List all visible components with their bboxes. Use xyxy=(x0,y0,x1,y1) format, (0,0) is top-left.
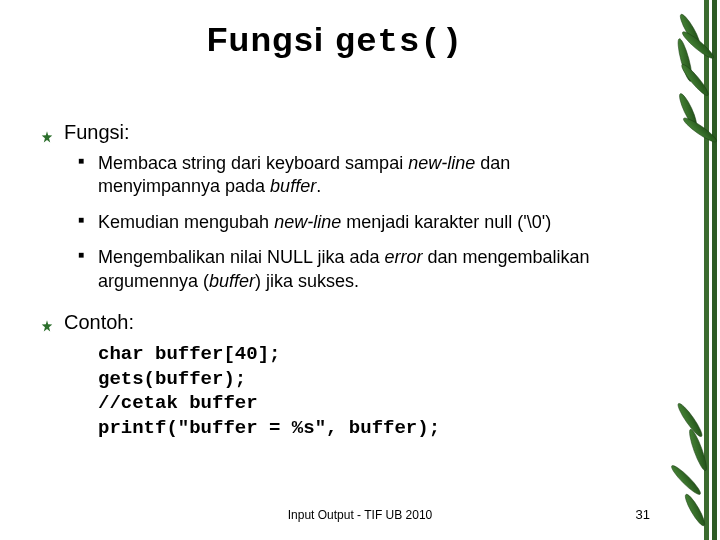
star-bullet-icon xyxy=(40,315,54,329)
slide-content: Fungsi gets() Fungsi: Membaca string dar… xyxy=(0,0,720,540)
code-example: char buffer[40]; gets(buffer); //cetak b… xyxy=(40,342,630,441)
list-item: Mengembalikan nilai NULL jika ada error … xyxy=(78,246,630,293)
section-contoh: Contoh: char buffer[40]; gets(buffer); /… xyxy=(40,311,630,441)
star-bullet-icon xyxy=(40,126,54,140)
heading-text: Fungsi: xyxy=(64,121,130,144)
heading-text: Contoh: xyxy=(64,311,134,334)
section-heading: Contoh: xyxy=(40,311,630,334)
section-heading: Fungsi: xyxy=(40,121,630,144)
footer-text: Input Output - TIF UB 2010 xyxy=(0,508,720,522)
title-code: gets() xyxy=(335,23,463,61)
slide-title: Fungsi gets() xyxy=(40,20,630,61)
bullet-list: Membaca string dari keyboard sampai new-… xyxy=(40,152,630,293)
list-item: Membaca string dari keyboard sampai new-… xyxy=(78,152,630,199)
page-number: 31 xyxy=(636,507,650,522)
list-item: Kemudian mengubah new-line menjadi karak… xyxy=(78,211,630,234)
title-prefix: Fungsi xyxy=(207,20,335,58)
section-fungsi: Fungsi: Membaca string dari keyboard sam… xyxy=(40,121,630,293)
